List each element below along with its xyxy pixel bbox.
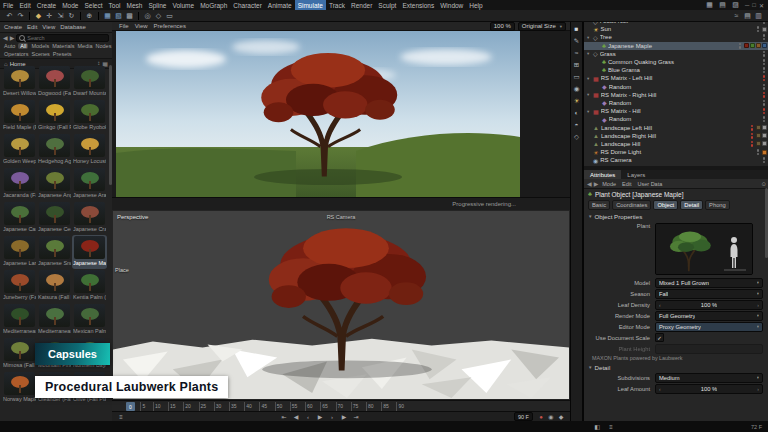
asset-item[interactable]: Japanese Maple (Fall Plant): [72, 235, 107, 269]
camera-icon[interactable]: ◉: [572, 84, 582, 93]
use-document-scale-checkbox[interactable]: ✓: [655, 333, 664, 342]
tab-basic[interactable]: Basic: [588, 200, 610, 210]
asset-item[interactable]: Hedgehog Agave (Fall Plant): [37, 133, 72, 167]
asset-item[interactable]: Field Maple (Fall Plant): [2, 99, 37, 133]
autokey-icon[interactable]: ◉: [546, 413, 556, 421]
visibility-dot[interactable]: [763, 59, 766, 62]
move-icon[interactable]: ✛: [44, 11, 55, 21]
play-icon[interactable]: ▶: [315, 413, 325, 421]
visibility-dot[interactable]: [763, 84, 766, 87]
visibility-dot[interactable]: [763, 71, 766, 74]
visibility-dot[interactable]: [751, 125, 754, 128]
menu-help[interactable]: Help: [466, 0, 485, 10]
history-icon[interactable]: ≡: [606, 423, 616, 431]
record-icon[interactable]: ●: [536, 413, 546, 421]
visibility-dots[interactable]: [763, 157, 766, 163]
object-tag[interactable]: [744, 43, 749, 48]
object-row[interactable]: ▾▦RS Matrix - Left Hill: [584, 74, 768, 82]
asset-item[interactable]: Mediterranean Cypress (Fall Plant): [2, 303, 37, 337]
visibility-dot[interactable]: [763, 75, 766, 78]
object-tag[interactable]: [756, 133, 761, 138]
asset-item[interactable]: Desert Willow (Fall Plant): [2, 65, 37, 99]
visibility-dot[interactable]: [763, 108, 766, 111]
tab-phong[interactable]: Phong: [705, 200, 730, 210]
object-row[interactable]: ♣Blue Grama: [584, 66, 768, 74]
asset-item[interactable]: Jacaranda (Fall Plant): [2, 167, 37, 201]
visibility-dot[interactable]: [763, 51, 766, 54]
renderview-menu-view[interactable]: View: [132, 23, 151, 29]
visibility-dot[interactable]: [763, 67, 766, 70]
menu-character[interactable]: Character: [230, 0, 265, 10]
menu-select[interactable]: Select: [81, 0, 105, 10]
modeling-axis-icon[interactable]: ◎: [142, 11, 153, 21]
asset-menu-database[interactable]: Database: [60, 24, 86, 30]
timeline-options-icon[interactable]: ≡: [116, 413, 126, 421]
visibility-dots[interactable]: [751, 133, 754, 139]
asset-item[interactable]: Mediterranean Fan Palm (Fall Plant): [37, 303, 72, 337]
prev-frame-icon[interactable]: ‹: [303, 413, 313, 421]
undo-icon[interactable]: ↶: [4, 11, 15, 21]
render-to-picture-viewer-icon[interactable]: ▧: [113, 11, 124, 21]
visibility-dot[interactable]: [763, 38, 766, 41]
group-detail[interactable]: ▼ Detail: [584, 362, 768, 372]
filter-models[interactable]: Models: [31, 43, 49, 49]
light-icon[interactable]: ☀: [572, 96, 582, 105]
object-tag[interactable]: [756, 141, 761, 146]
asset-item[interactable]: Juneberry (Fall Plant): [2, 269, 37, 303]
visibility-dot[interactable]: [763, 120, 766, 123]
object-row[interactable]: ▾▦RS Matrix - Hill: [584, 107, 768, 115]
close-icon[interactable]: ✕: [759, 2, 764, 9]
visibility-dot[interactable]: [763, 54, 766, 57]
minimize-icon[interactable]: ─: [745, 2, 749, 9]
visibility-dots[interactable]: [763, 84, 766, 90]
maximize-icon[interactable]: □: [752, 2, 756, 9]
menu-extensions[interactable]: Extensions: [399, 0, 437, 10]
filter-nodes[interactable]: Nodes: [95, 43, 111, 49]
visibility-dot[interactable]: [763, 100, 766, 103]
scale-icon[interactable]: ⇲: [55, 11, 66, 21]
tab-layers[interactable]: Layers: [621, 170, 651, 179]
visibility-dots[interactable]: [757, 149, 760, 155]
object-row[interactable]: ▾◇Grass: [584, 50, 768, 58]
simulation-settings-icon[interactable]: ≈: [731, 11, 742, 21]
render-view-canvas[interactable]: [116, 31, 520, 197]
filter-materials[interactable]: Materials: [52, 43, 74, 49]
viewport-camera-label[interactable]: Perspective: [117, 214, 148, 220]
prev-key-icon[interactable]: ◀: [291, 413, 301, 421]
menu-simulate[interactable]: Simulate: [295, 0, 326, 10]
forward-icon[interactable]: ▶: [10, 34, 15, 41]
render-settings-icon[interactable]: ▩: [124, 11, 135, 21]
filter-media[interactable]: Media: [78, 43, 93, 49]
subdivide-icon[interactable]: ⊞: [572, 60, 582, 69]
rotate-icon[interactable]: ↻: [66, 11, 77, 21]
object-row[interactable]: ☀Sun: [584, 25, 768, 33]
spinner-down-icon[interactable]: ‹: [659, 386, 661, 392]
tab-coordinates[interactable]: Coordinates: [612, 200, 651, 210]
asset-item[interactable]: Katsura (Fall Plant): [37, 269, 72, 303]
fit-mode-dropdown[interactable]: Original Size▾: [518, 22, 566, 31]
visibility-dot[interactable]: [751, 133, 754, 136]
redo-icon[interactable]: ↷: [15, 11, 26, 21]
asset-item[interactable]: Japanese Crab Apple (Fall Plant): [72, 201, 107, 235]
viewport[interactable]: Perspective RS Camera Place: [112, 210, 570, 400]
asset-item[interactable]: Japanese Snowbell (Fall Plant): [37, 235, 72, 269]
menu-create[interactable]: Create: [34, 0, 60, 10]
asset-menu-view[interactable]: View: [42, 24, 55, 30]
object-tag[interactable]: [762, 125, 767, 130]
renderview-menu-file[interactable]: File: [116, 23, 132, 29]
asset-item[interactable]: Dwarf Mountain Pine (Fall Plant): [72, 65, 107, 99]
interface-layout-icon[interactable]: ▨: [730, 0, 741, 10]
panel-arrange-icon[interactable]: ▥: [753, 11, 764, 21]
visibility-dot[interactable]: [751, 136, 754, 139]
back-icon[interactable]: ◀: [3, 34, 8, 41]
visibility-dot[interactable]: [751, 128, 754, 131]
object-row[interactable]: ☀RS Dome Light: [584, 148, 768, 156]
visibility-dot[interactable]: [751, 144, 754, 147]
layout-switch-icon[interactable]: ▤: [742, 11, 753, 21]
visibility-dot[interactable]: [757, 153, 760, 156]
extrude-icon[interactable]: ▭: [572, 72, 582, 81]
menu-animate[interactable]: Animate: [265, 0, 295, 10]
visibility-dot[interactable]: [757, 26, 760, 29]
object-tag[interactable]: [762, 141, 767, 146]
visibility-dot[interactable]: [763, 116, 766, 119]
